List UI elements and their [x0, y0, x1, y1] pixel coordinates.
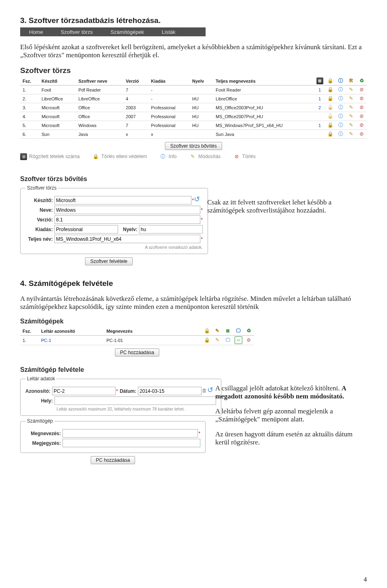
table-row: 4.MicrosoftOffice2007ProfessionalHUMS_Of… [20, 112, 367, 121]
label-keszito: Készítő: [25, 198, 53, 203]
calculator-icon: ⊞ [316, 77, 323, 84]
pc-hozzaadasa-button[interactable]: PC hozzáadása [115, 348, 160, 357]
heading-4: 4. Számítógépek felvétele [20, 279, 367, 288]
pc-azon-link[interactable]: PC-1 [41, 338, 51, 343]
szoftver-torzs-title: Szoftver törzs [20, 66, 367, 75]
input-nyelv[interactable] [139, 225, 203, 234]
menu-listak[interactable]: Listák [153, 29, 184, 35]
undo-icon[interactable]: ↺ [207, 386, 216, 394]
col-megn: Megnevezés [104, 327, 202, 336]
paragraph-side-2: A csillaggal jelölt adatokat kötelező ki… [215, 384, 367, 400]
undo-icon[interactable]: ↺ [194, 195, 203, 204]
lock-icon: 🔒 [92, 153, 99, 160]
edit-icon[interactable]: ✎ [348, 86, 355, 93]
szamitogep-fieldset: Számítógép Megnevezés:* Megjegyzés: [20, 418, 206, 453]
monitor-icon[interactable]: 🖵 [225, 337, 231, 344]
label-kiadas: Kiadás: [25, 227, 53, 232]
lock-icon[interactable]: 🔒 [327, 122, 334, 129]
edit-icon[interactable]: ✎ [348, 122, 355, 129]
recycle-icon: ♻ [358, 77, 365, 84]
delete-icon[interactable]: ⊘ [246, 337, 252, 344]
input-neve[interactable] [54, 206, 200, 214]
edit-icon[interactable]: ✎ [348, 131, 355, 138]
info-icon[interactable]: ⓘ [337, 122, 344, 129]
paragraph-side-1: Csak az itt felvett szoftvereket lehet k… [207, 198, 367, 215]
fieldset-note: A szoftverre vonatkozó adatok. [25, 245, 203, 250]
label-verzio: Verzió: [25, 217, 53, 223]
table-row: 2.LibreOfficeLibreOffice4-HULibreOffice1… [20, 94, 367, 103]
input-teljes[interactable] [54, 235, 200, 243]
delete-icon[interactable]: ⊘ [358, 131, 365, 138]
calculator-icon: ⊞ [20, 153, 27, 160]
count-link[interactable]: 1 [318, 123, 321, 128]
edit-icon[interactable]: ✎ [348, 113, 355, 120]
table-row: 6.SunJavaxxSun Java🔒ⓘ✎⊘ [20, 130, 367, 139]
menu-home[interactable]: Home [20, 29, 52, 35]
label-nyelv: Nyelv: [118, 227, 137, 232]
leltar-adatok-fieldset: Leltár adatok ↺ Azonosító: * Dátum: 🗓 He… [20, 376, 221, 416]
required-star: * [192, 198, 194, 203]
input-keszito[interactable] [54, 196, 191, 204]
required-star: * [201, 207, 203, 213]
pc-hozzaadasa-button-2[interactable]: PC hozzáadása [91, 456, 135, 464]
col-fsz: Fsz. [20, 77, 39, 85]
unlock-icon[interactable]: 🔓 [327, 113, 334, 120]
calendar-icon[interactable]: 🗓 [202, 388, 207, 394]
label-datum: Dátum: [118, 388, 137, 394]
edit-icon: ✎ [214, 327, 221, 334]
paragraph-intro: Első lépésként azokat a szoftvereket kel… [20, 43, 367, 59]
paragraph-4: A nyilvántartás létrehozásának következő… [20, 295, 367, 311]
main-menu-bar: Home Szoftver törzs Számítógépek Listák [20, 27, 206, 36]
label-megjegyzes: Megjegyzés: [25, 440, 61, 446]
info-icon[interactable]: ⓘ [337, 131, 344, 138]
input-kiadas[interactable] [54, 225, 118, 234]
info-icon[interactable]: ⓘ [337, 113, 344, 120]
delete-icon[interactable]: ⊘ [358, 113, 365, 120]
count-link[interactable]: 1 [318, 96, 321, 101]
lock-icon: 🔒 [327, 77, 334, 84]
edit-icon[interactable]: ✎ [348, 104, 355, 111]
menu-szoftver-torzs[interactable]: Szoftver törzs [52, 29, 102, 35]
col-nyelv: Nyelv [190, 77, 213, 85]
label-neve: Neve: [25, 207, 53, 213]
heading-3: 3. Szoftver törzsadatbázis létrehozása. [20, 16, 367, 25]
lock-icon[interactable]: 🔒 [204, 337, 210, 344]
szoftver-felvetele-button[interactable]: Szoftver felvétele [85, 257, 133, 265]
szoftver-torzs-bovites-button[interactable]: Szoftver törzs bővítés [165, 142, 222, 150]
fieldset-legend: Számítógép [25, 418, 54, 424]
fieldset-legend: Szoftver törzs [25, 185, 58, 191]
input-hely[interactable] [54, 396, 216, 405]
edit-icon[interactable]: ✎ [214, 337, 221, 344]
delete-icon[interactable]: ⊘ [358, 104, 365, 111]
input-megnevezes[interactable] [62, 429, 198, 438]
delete-icon[interactable]: ⊘ [358, 86, 365, 93]
card-icon[interactable]: ▭ [235, 336, 242, 344]
label-teljes: Teljes név: [25, 236, 53, 242]
delete-icon[interactable]: ⊘ [358, 95, 365, 102]
input-verzio[interactable] [54, 215, 200, 224]
info-icon[interactable]: ⓘ [337, 104, 344, 111]
lock-icon[interactable]: 🔒 [327, 86, 334, 93]
lock-icon: 🔒 [204, 327, 210, 334]
info-icon: ⓘ [160, 153, 166, 160]
label-azonosito: Azonosító: [25, 388, 50, 394]
delete-icon[interactable]: ⊘ [358, 122, 365, 129]
input-azonosito[interactable] [52, 387, 116, 395]
tools-icon: 🛠 [348, 77, 355, 84]
info-icon[interactable]: ⓘ [337, 95, 344, 102]
menu-szamitogepek[interactable]: Számítógépek [102, 29, 153, 35]
lock-icon[interactable]: 🔒 [327, 95, 334, 102]
col-azon: Leltár azonosító [39, 327, 104, 336]
delete-icon: ⊘ [233, 153, 240, 160]
count-link[interactable]: 2 [318, 105, 321, 110]
lock-icon[interactable]: 🔒 [327, 131, 334, 138]
szoftver-torzs-table: Fsz. Készítő Szoftver neve Verzió Kiadás… [20, 77, 367, 139]
input-datum[interactable] [138, 387, 202, 395]
col-teljes: Teljes megnevezés [213, 77, 314, 85]
input-megjegyzes[interactable] [62, 439, 200, 447]
edit-icon[interactable]: ✎ [348, 95, 355, 102]
legend-row: ⊞ Rögzített tételek száma 🔒 Törlés ellen… [20, 153, 367, 160]
count-link[interactable]: 1 [318, 88, 321, 92]
unlock-icon[interactable]: 🔓 [327, 104, 334, 111]
info-icon[interactable]: ⓘ [337, 86, 344, 93]
